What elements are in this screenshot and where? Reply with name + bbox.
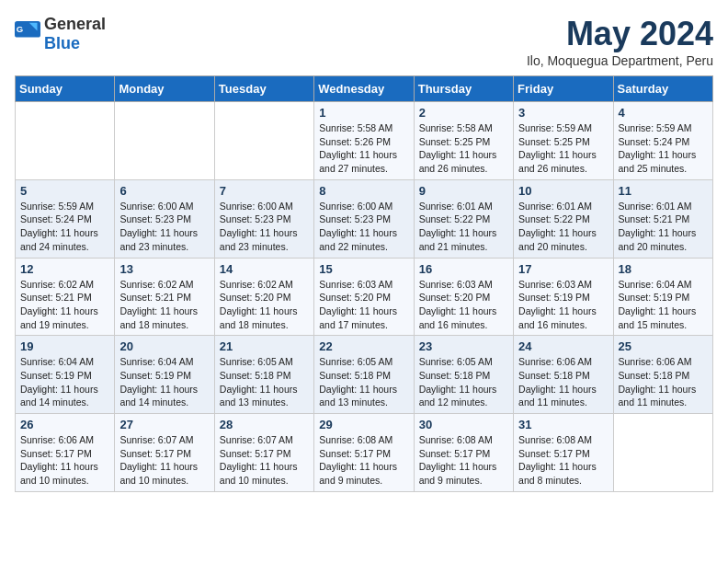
day-number: 30 <box>419 418 508 431</box>
day-info: Sunrise: 6:05 AM Sunset: 5:18 PM Dayligh… <box>319 355 408 409</box>
header-day-tuesday: Tuesday <box>214 76 313 102</box>
subtitle: Ilo, Moquegua Department, Peru <box>527 53 713 68</box>
calendar-cell: 3Sunrise: 5:59 AM Sunset: 5:25 PM Daylig… <box>514 102 613 180</box>
day-number: 1 <box>319 106 408 120</box>
calendar-cell: 2Sunrise: 5:58 AM Sunset: 5:25 PM Daylig… <box>414 102 513 180</box>
day-info: Sunrise: 6:00 AM Sunset: 5:23 PM Dayligh… <box>319 200 408 254</box>
day-info: Sunrise: 5:58 AM Sunset: 5:25 PM Dayligh… <box>419 121 508 176</box>
day-info: Sunrise: 6:03 AM Sunset: 5:20 PM Dayligh… <box>419 278 508 332</box>
day-number: 11 <box>619 184 708 198</box>
day-info: Sunrise: 6:00 AM Sunset: 5:23 PM Dayligh… <box>220 200 309 254</box>
day-number: 12 <box>20 262 109 276</box>
day-number: 10 <box>518 184 608 198</box>
day-info: Sunrise: 6:08 AM Sunset: 5:17 PM Dayligh… <box>419 433 508 488</box>
calendar-week-row: 12Sunrise: 6:02 AM Sunset: 5:21 PM Dayli… <box>16 258 713 336</box>
day-number: 8 <box>319 184 408 198</box>
calendar-cell: 9Sunrise: 6:01 AM Sunset: 5:22 PM Daylig… <box>414 179 513 258</box>
day-number: 2 <box>419 106 508 120</box>
header-day-monday: Monday <box>115 76 214 102</box>
calendar-cell: 27Sunrise: 6:07 AM Sunset: 5:17 PM Dayli… <box>115 414 214 492</box>
day-number: 26 <box>20 418 109 431</box>
calendar-week-row: 5Sunrise: 5:59 AM Sunset: 5:24 PM Daylig… <box>16 179 713 258</box>
day-number: 21 <box>220 339 309 353</box>
logo: G General Blue <box>15 15 106 53</box>
day-info: Sunrise: 6:01 AM Sunset: 5:21 PM Dayligh… <box>619 200 708 254</box>
day-info: Sunrise: 5:59 AM Sunset: 5:24 PM Dayligh… <box>20 200 109 254</box>
day-info: Sunrise: 6:02 AM Sunset: 5:20 PM Dayligh… <box>220 278 309 332</box>
day-number: 18 <box>619 262 708 276</box>
day-info: Sunrise: 6:07 AM Sunset: 5:17 PM Dayligh… <box>119 433 209 488</box>
day-number: 31 <box>518 418 608 431</box>
day-info: Sunrise: 6:04 AM Sunset: 5:19 PM Dayligh… <box>619 278 708 332</box>
day-info: Sunrise: 6:05 AM Sunset: 5:18 PM Dayligh… <box>419 355 508 409</box>
day-info: Sunrise: 6:00 AM Sunset: 5:23 PM Dayligh… <box>119 200 209 254</box>
calendar-cell: 22Sunrise: 6:05 AM Sunset: 5:18 PM Dayli… <box>314 336 414 414</box>
header-day-wednesday: Wednesday <box>314 76 414 102</box>
calendar-cell <box>613 414 712 492</box>
calendar-cell: 1Sunrise: 5:58 AM Sunset: 5:26 PM Daylig… <box>314 102 414 180</box>
svg-text:G: G <box>17 24 23 34</box>
calendar-week-row: 26Sunrise: 6:06 AM Sunset: 5:17 PM Dayli… <box>16 414 713 492</box>
calendar-cell: 12Sunrise: 6:02 AM Sunset: 5:21 PM Dayli… <box>16 258 115 336</box>
calendar-cell: 5Sunrise: 5:59 AM Sunset: 5:24 PM Daylig… <box>16 179 115 258</box>
calendar-cell <box>16 102 115 180</box>
day-number: 3 <box>518 106 608 120</box>
calendar-cell: 26Sunrise: 6:06 AM Sunset: 5:17 PM Dayli… <box>16 414 115 492</box>
day-number: 7 <box>220 184 309 198</box>
day-number: 5 <box>20 184 109 198</box>
calendar-cell: 8Sunrise: 6:00 AM Sunset: 5:23 PM Daylig… <box>314 179 414 258</box>
day-number: 17 <box>518 262 608 276</box>
calendar-cell: 29Sunrise: 6:08 AM Sunset: 5:17 PM Dayli… <box>314 414 414 492</box>
day-number: 28 <box>220 418 309 431</box>
calendar-cell: 4Sunrise: 5:59 AM Sunset: 5:24 PM Daylig… <box>613 102 712 180</box>
day-number: 29 <box>319 418 408 431</box>
calendar-cell: 30Sunrise: 6:08 AM Sunset: 5:17 PM Dayli… <box>414 414 513 492</box>
title-area: May 2024 Ilo, Moquegua Department, Peru <box>527 15 713 68</box>
calendar-cell: 17Sunrise: 6:03 AM Sunset: 5:19 PM Dayli… <box>514 258 613 336</box>
calendar-cell <box>115 102 214 180</box>
day-number: 15 <box>319 262 408 276</box>
day-info: Sunrise: 6:03 AM Sunset: 5:20 PM Dayligh… <box>319 278 408 332</box>
calendar-cell: 25Sunrise: 6:06 AM Sunset: 5:18 PM Dayli… <box>613 336 712 414</box>
day-info: Sunrise: 6:01 AM Sunset: 5:22 PM Dayligh… <box>518 200 608 254</box>
day-number: 6 <box>119 184 209 198</box>
calendar-cell: 21Sunrise: 6:05 AM Sunset: 5:18 PM Dayli… <box>214 336 313 414</box>
calendar-cell: 16Sunrise: 6:03 AM Sunset: 5:20 PM Dayli… <box>414 258 513 336</box>
day-info: Sunrise: 6:03 AM Sunset: 5:19 PM Dayligh… <box>518 278 608 332</box>
calendar-cell <box>214 102 313 180</box>
logo-general: General <box>44 15 106 33</box>
day-info: Sunrise: 6:02 AM Sunset: 5:21 PM Dayligh… <box>119 278 209 332</box>
header-day-friday: Friday <box>514 76 613 102</box>
day-number: 27 <box>119 418 209 431</box>
day-number: 14 <box>220 262 309 276</box>
day-number: 24 <box>518 339 608 353</box>
calendar-week-row: 1Sunrise: 5:58 AM Sunset: 5:26 PM Daylig… <box>16 102 713 180</box>
day-number: 19 <box>20 339 109 353</box>
calendar-cell: 6Sunrise: 6:00 AM Sunset: 5:23 PM Daylig… <box>115 179 214 258</box>
main-title: May 2024 <box>527 15 713 53</box>
calendar-week-row: 19Sunrise: 6:04 AM Sunset: 5:19 PM Dayli… <box>16 336 713 414</box>
day-info: Sunrise: 5:59 AM Sunset: 5:25 PM Dayligh… <box>518 121 608 176</box>
calendar-cell: 15Sunrise: 6:03 AM Sunset: 5:20 PM Dayli… <box>314 258 414 336</box>
calendar-cell: 28Sunrise: 6:07 AM Sunset: 5:17 PM Dayli… <box>214 414 313 492</box>
calendar-table: SundayMondayTuesdayWednesdayThursdayFrid… <box>15 75 713 492</box>
calendar-cell: 18Sunrise: 6:04 AM Sunset: 5:19 PM Dayli… <box>613 258 712 336</box>
day-number: 13 <box>119 262 209 276</box>
day-number: 25 <box>619 339 708 353</box>
day-number: 22 <box>319 339 408 353</box>
day-info: Sunrise: 6:02 AM Sunset: 5:21 PM Dayligh… <box>20 278 109 332</box>
logo-blue: Blue <box>44 34 80 52</box>
day-number: 20 <box>119 339 209 353</box>
day-info: Sunrise: 6:04 AM Sunset: 5:19 PM Dayligh… <box>20 355 109 409</box>
calendar-cell: 11Sunrise: 6:01 AM Sunset: 5:21 PM Dayli… <box>613 179 712 258</box>
day-info: Sunrise: 6:01 AM Sunset: 5:22 PM Dayligh… <box>419 200 508 254</box>
calendar-cell: 7Sunrise: 6:00 AM Sunset: 5:23 PM Daylig… <box>214 179 313 258</box>
day-info: Sunrise: 6:06 AM Sunset: 5:17 PM Dayligh… <box>20 433 109 488</box>
day-info: Sunrise: 5:59 AM Sunset: 5:24 PM Dayligh… <box>619 121 708 176</box>
day-info: Sunrise: 6:07 AM Sunset: 5:17 PM Dayligh… <box>220 433 309 488</box>
header-day-thursday: Thursday <box>414 76 513 102</box>
day-info: Sunrise: 5:58 AM Sunset: 5:26 PM Dayligh… <box>319 121 408 176</box>
calendar-cell: 31Sunrise: 6:08 AM Sunset: 5:17 PM Dayli… <box>514 414 613 492</box>
page-header: G General Blue May 2024 Ilo, Moquegua De… <box>15 15 713 68</box>
day-info: Sunrise: 6:05 AM Sunset: 5:18 PM Dayligh… <box>220 355 309 409</box>
